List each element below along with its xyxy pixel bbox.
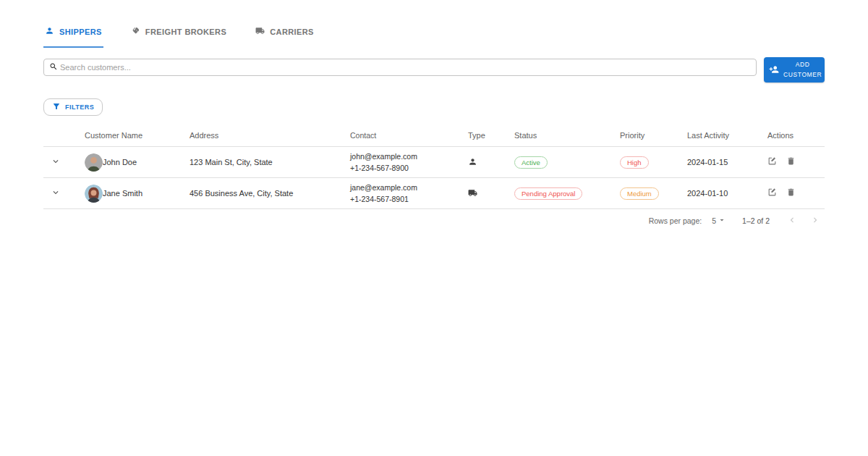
edit-button[interactable] (767, 156, 777, 168)
delete-button[interactable] (786, 187, 796, 199)
avatar (85, 185, 103, 203)
table-row: Jane Smith 456 Business Ave, City, State… (43, 178, 825, 209)
search-icon (49, 61, 58, 74)
customer-name: John Doe (103, 158, 137, 166)
table-pagination: Rows per page: 5 1–2 of 2 (43, 209, 825, 232)
status-badge: Pending Approval (514, 187, 582, 200)
arrow-drop-down-icon (718, 216, 726, 226)
filters-label: FILTERS (65, 104, 94, 111)
person-add-icon (769, 64, 779, 76)
tab-shippers[interactable]: SHIPPERS (43, 20, 103, 48)
customer-type-tabs: SHIPPERS FREIGHT BROKERS CARRIERS (43, 20, 825, 48)
trash-icon (786, 157, 796, 168)
tab-label: CARRIERS (270, 28, 314, 36)
customer-phone: +1-234-567-8900 (350, 162, 468, 174)
priority-badge: High (620, 156, 649, 169)
pagination-range: 1–2 of 2 (742, 216, 770, 225)
column-header-status: Status (514, 131, 620, 140)
customer-email: john@example.com (350, 151, 468, 162)
column-header-address: Address (190, 131, 350, 140)
handshake-icon (131, 26, 140, 37)
customers-table: Customer Name Address Contact Type Statu… (43, 124, 825, 232)
truck-icon (255, 26, 265, 37)
expand-row-button[interactable] (48, 154, 64, 170)
edit-icon (767, 188, 777, 199)
table-row: John Doe 123 Main St, City, State john@e… (43, 147, 825, 178)
previous-page-button[interactable] (787, 215, 797, 227)
chevron-left-icon (787, 216, 797, 227)
column-header-contact: Contact (350, 130, 468, 141)
customers-page: SHIPPERS FREIGHT BROKERS CARRIERS ADD CU… (0, 20, 868, 232)
chevron-right-icon (810, 216, 820, 227)
rows-per-page-value: 5 (712, 216, 716, 225)
avatar (85, 153, 103, 172)
chevron-down-icon (51, 156, 61, 169)
rows-per-page-select[interactable]: 5 (712, 216, 726, 226)
person-icon (45, 26, 54, 37)
search-box (43, 59, 757, 76)
tab-carriers[interactable]: CARRIERS (254, 20, 315, 48)
column-header-priority: Priority (620, 131, 687, 140)
edit-button[interactable] (767, 187, 777, 199)
search-toolbar: ADD CUSTOMER (43, 57, 825, 83)
person-icon (468, 159, 477, 168)
customer-email: jane@example.com (350, 182, 468, 193)
table-header-row: Customer Name Address Contact Type Statu… (43, 124, 825, 147)
search-input[interactable] (60, 63, 751, 72)
customer-phone: +1-234-567-8901 (350, 193, 468, 205)
chevron-down-icon (51, 187, 61, 200)
tab-label: SHIPPERS (59, 28, 102, 36)
edit-icon (767, 157, 777, 168)
column-header-type: Type (468, 131, 514, 140)
last-activity-date: 2024-01-10 (687, 189, 767, 198)
next-page-button[interactable] (810, 215, 820, 227)
tab-label: FREIGHT BROKERS (145, 28, 226, 36)
priority-badge: Medium (620, 187, 659, 200)
column-header-actions: Actions (767, 131, 825, 140)
customer-name: Jane Smith (103, 189, 142, 198)
add-customer-button[interactable]: ADD CUSTOMER (764, 57, 825, 83)
status-badge: Active (514, 156, 548, 169)
delete-button[interactable] (786, 156, 796, 168)
column-header-last-activity: Last Activity (687, 131, 767, 140)
customer-address: 123 Main St, City, State (190, 158, 350, 166)
filter-funnel-icon (52, 102, 61, 112)
truck-icon (468, 190, 477, 199)
last-activity-date: 2024-01-15 (687, 158, 767, 166)
customer-address: 456 Business Ave, City, State (190, 189, 350, 198)
add-customer-label: ADD CUSTOMER (783, 60, 822, 80)
rows-per-page-label: Rows per page: (649, 216, 702, 225)
tab-freight-brokers[interactable]: FREIGHT BROKERS (129, 20, 228, 48)
expand-row-button[interactable] (48, 185, 64, 201)
column-header-customer-name: Customer Name (85, 131, 190, 140)
filters-button[interactable]: FILTERS (43, 98, 103, 116)
trash-icon (786, 188, 796, 199)
